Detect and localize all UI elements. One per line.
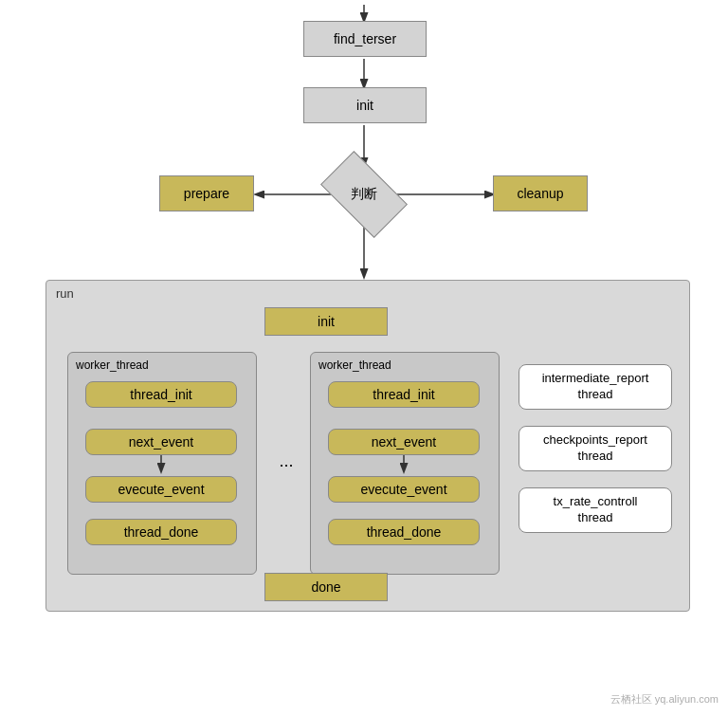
prepare-box: prepare: [159, 175, 254, 211]
dots-text: ...: [279, 451, 293, 471]
prepare-label: prepare: [184, 186, 229, 201]
worker1-thread-done-box: thread_done: [85, 519, 237, 545]
watermark: 云栖社区 yq.aliyun.com: [610, 692, 719, 707]
diagram: find_terser init 判断 prepare cleanup run …: [0, 0, 728, 716]
worker2-thread-done-label: thread_done: [367, 524, 442, 540]
judge-diamond: 判断: [326, 163, 402, 225]
worker1-label: worker_thread: [76, 358, 149, 372]
intermediate-report-label: intermediate_report thread: [542, 371, 649, 403]
init-top-label: init: [356, 98, 373, 113]
worker2-container: worker_thread thread_init next_event eve…: [310, 352, 500, 575]
checkpoints-report-box: checkpoints_report thread: [519, 426, 672, 471]
worker1-thread-init-label: thread_init: [130, 387, 191, 402]
worker2-thread-done-box: thread_done: [328, 519, 480, 545]
worker2-execute-event-label: evecute_event: [360, 482, 446, 497]
worker2-thread-init-label: thread_init: [373, 387, 434, 402]
find-terser-label: find_terser: [334, 31, 396, 46]
worker1-next-event-box: next_event: [85, 429, 237, 455]
judge-label: 判断: [351, 186, 377, 203]
run-done-box: done: [264, 573, 388, 601]
run-done-label: done: [311, 579, 340, 595]
find-terser-box: find_terser: [303, 21, 427, 57]
init-top-box: init: [303, 87, 427, 123]
worker1-container: worker_thread thread_init next_event eve…: [67, 352, 257, 575]
tx-rate-controll-box: tx_rate_controll thread: [519, 487, 672, 533]
run-label: run: [56, 286, 74, 301]
worker2-execute-event-box: evecute_event: [328, 476, 480, 503]
worker2-next-event-label: next_event: [372, 434, 437, 450]
worker1-execute-event-label: evecute_event: [118, 482, 204, 497]
checkpoints-report-label: checkpoints_report thread: [543, 432, 647, 465]
worker2-thread-init-box: thread_init: [328, 381, 480, 408]
dots-label: ...: [272, 447, 300, 475]
watermark-text: 云栖社区 yq.aliyun.com: [610, 693, 719, 705]
worker1-thread-done-label: thread_done: [124, 524, 199, 540]
worker1-thread-init-box: thread_init: [85, 381, 237, 408]
worker1-execute-event-box: evecute_event: [85, 476, 237, 503]
worker2-next-event-box: next_event: [328, 429, 480, 455]
cleanup-box: cleanup: [493, 175, 588, 211]
intermediate-report-box: intermediate_report thread: [519, 364, 672, 410]
run-init-box: init: [264, 307, 388, 336]
run-init-label: init: [318, 314, 335, 329]
worker1-next-event-label: next_event: [129, 434, 194, 450]
worker2-label: worker_thread: [318, 358, 391, 372]
run-container: run init worker_thread thread_init next_…: [46, 280, 690, 612]
cleanup-label: cleanup: [517, 186, 563, 201]
tx-rate-controll-label: tx_rate_controll thread: [554, 494, 638, 526]
